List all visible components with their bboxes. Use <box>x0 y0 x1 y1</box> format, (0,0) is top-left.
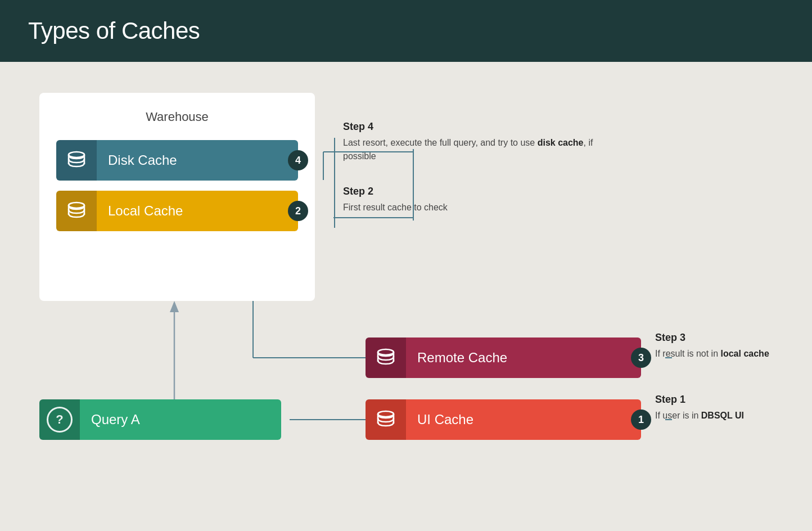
step3-desc: If result is not in local cache <box>655 347 790 361</box>
disk-cache-badge: 4 <box>288 150 308 170</box>
step4-desc: Last resort, execute the full query, and… <box>343 136 613 163</box>
ui-cache-db-icon <box>375 408 397 431</box>
page-header: Types of Caches <box>0 0 812 62</box>
step3-desc-plain: If result is not in <box>655 349 721 358</box>
disk-cache-db-icon <box>65 149 88 172</box>
query-a-label-area: Query A <box>80 399 281 440</box>
disk-cache-label-area: Disk Cache <box>97 140 298 181</box>
ui-cache-badge: 1 <box>631 410 651 430</box>
remote-cache-badge: 3 <box>631 348 651 368</box>
step2-title: Step 2 <box>343 186 613 197</box>
step2-desc: First result cache to check <box>343 201 613 214</box>
local-cache-icon-area <box>56 191 97 231</box>
ui-cache-icon-area <box>366 399 406 440</box>
local-cache-label-area: Local Cache <box>97 191 298 231</box>
disk-cache-icon-area <box>56 140 97 181</box>
remote-cache-item: Remote Cache 3 <box>366 338 641 378</box>
step4-desc-bold: disk cache <box>538 138 584 147</box>
local-cache-badge: 2 <box>288 201 308 221</box>
local-cache-label: Local Cache <box>108 203 183 219</box>
remote-cache-icon-area <box>366 338 406 378</box>
local-cache-db-icon <box>65 200 88 222</box>
ui-cache-label-area: UI Cache <box>406 399 641 440</box>
ui-cache-label: UI Cache <box>417 412 473 428</box>
query-a-icon-area: ? <box>39 399 80 440</box>
step4-title: Step 4 <box>343 121 613 133</box>
step3-desc-bold: local cache <box>721 349 769 358</box>
svg-marker-8 <box>170 301 179 312</box>
local-cache-item: Local Cache 2 <box>56 191 298 231</box>
step1-desc-bold: DBSQL UI <box>701 411 744 420</box>
step2-block: Step 2 First result cache to check <box>343 186 613 214</box>
svg-point-25 <box>378 411 394 417</box>
steps-area: Step 4 Last resort, execute the full que… <box>343 121 613 237</box>
ui-cache-item: UI Cache 1 <box>366 399 641 440</box>
step3-block: Step 3 If result is not in local cache <box>655 332 790 361</box>
question-mark-icon: ? <box>47 407 73 433</box>
remote-cache-label-area: Remote Cache <box>406 338 641 378</box>
disk-cache-item: Disk Cache 4 <box>56 140 298 181</box>
query-a-label: Query A <box>91 412 140 428</box>
step1-title: Step 1 <box>655 394 790 406</box>
svg-point-22 <box>378 349 394 355</box>
step4-desc-plain: Last resort, execute the full query, and… <box>343 138 538 147</box>
step1-desc: If user is in DBSQL UI <box>655 409 790 422</box>
svg-point-16 <box>69 152 84 158</box>
remote-cache-label: Remote Cache <box>417 350 507 366</box>
warehouse-label: Warehouse <box>56 110 298 124</box>
remote-cache-db-icon <box>375 346 397 369</box>
step1-block: Step 1 If user is in DBSQL UI <box>655 394 790 422</box>
query-a-item: ? Query A <box>39 399 281 440</box>
step1-desc-plain: If user is in <box>655 411 701 420</box>
page-title: Types of Caches <box>28 17 200 44</box>
disk-cache-label: Disk Cache <box>108 152 177 168</box>
svg-point-19 <box>69 202 84 208</box>
step3-title: Step 3 <box>655 332 790 344</box>
step4-block: Step 4 Last resort, execute the full que… <box>343 121 613 163</box>
main-content: Warehouse Disk Cache 4 <box>0 62 812 531</box>
warehouse-box: Warehouse Disk Cache 4 <box>39 93 315 301</box>
